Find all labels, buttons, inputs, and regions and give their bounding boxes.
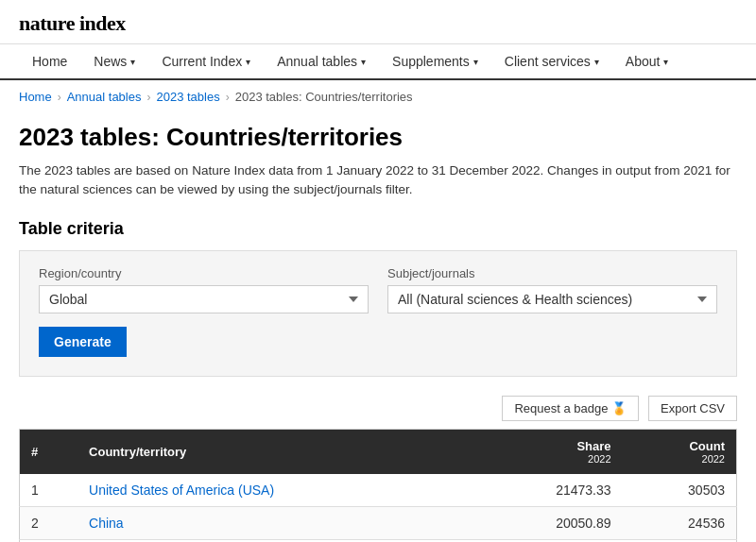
- criteria-title: Table criteria: [19, 219, 737, 239]
- site-logo[interactable]: nature index: [19, 11, 126, 35]
- table-actions: Request a badge 🏅 Export CSV: [19, 396, 737, 421]
- col-count: Count2022: [623, 429, 737, 474]
- cell-share: 20050.89: [474, 506, 623, 539]
- breadcrumb-current: 2023 tables: Countries/territories: [235, 90, 413, 104]
- cell-rank: 2: [20, 506, 78, 539]
- cell-country: China: [77, 506, 473, 539]
- breadcrumb-home[interactable]: Home: [19, 90, 52, 104]
- subject-label: Subject/journals: [387, 266, 717, 280]
- nav-client-services[interactable]: Client services ▾: [491, 44, 612, 78]
- country-link[interactable]: China: [89, 516, 124, 531]
- nav-about[interactable]: About ▾: [612, 44, 682, 78]
- cell-count: 24536: [623, 506, 737, 539]
- breadcrumb-2023-tables[interactable]: 2023 tables: [156, 90, 219, 104]
- region-select[interactable]: Global Africa Asia Europe North America …: [39, 285, 369, 313]
- breadcrumb: Home › Annual tables › 2023 tables › 202…: [0, 80, 756, 113]
- col-rank: #: [20, 429, 78, 474]
- table-row: 1 United States of America (USA) 21473.3…: [20, 474, 737, 507]
- table-header-row: # Country/territory Share2022 Count2022: [20, 429, 737, 474]
- logo-bar: nature index: [0, 0, 756, 44]
- nav-about-arrow: ▾: [663, 57, 668, 67]
- table-row: 2 China 20050.89 24536: [20, 506, 737, 539]
- region-col: Region/country Global Africa Asia Europe…: [39, 266, 369, 313]
- country-link[interactable]: United States of America (USA): [89, 483, 274, 498]
- criteria-row: Region/country Global Africa Asia Europe…: [39, 266, 717, 313]
- breadcrumb-annual-tables[interactable]: Annual tables: [67, 90, 142, 104]
- export-csv-button[interactable]: Export CSV: [648, 396, 737, 421]
- region-label: Region/country: [39, 266, 369, 280]
- subject-col: Subject/journals All (Natural sciences &…: [387, 266, 717, 313]
- nav-news-arrow: ▾: [130, 57, 135, 67]
- nav-news[interactable]: News ▾: [80, 44, 148, 78]
- main-nav: Home News ▾ Current Index ▾ Annual table…: [0, 44, 756, 80]
- criteria-box: Region/country Global Africa Asia Europe…: [19, 250, 737, 377]
- cell-share: 21473.33: [474, 474, 623, 507]
- breadcrumb-sep-3: ›: [226, 91, 230, 104]
- col-share: Share2022: [474, 429, 623, 474]
- nav-annual-tables-arrow: ▾: [361, 57, 366, 67]
- breadcrumb-sep-2: ›: [146, 91, 150, 104]
- data-table: # Country/territory Share2022 Count2022 …: [19, 429, 737, 543]
- nav-current-index-arrow: ▾: [246, 57, 250, 67]
- nav-supplements[interactable]: Supplements ▾: [379, 44, 491, 78]
- nav-supplements-arrow: ▾: [473, 57, 478, 67]
- subject-select[interactable]: All (Natural sciences & Health sciences)…: [387, 285, 717, 313]
- breadcrumb-sep-1: ›: [58, 91, 61, 104]
- cell-count: 30503: [623, 474, 737, 507]
- page-title: 2023 tables: Countries/territories: [19, 123, 737, 152]
- page-description: The 2023 tables are based on Nature Inde…: [19, 161, 737, 200]
- main-content: 2023 tables: Countries/territories The 2…: [0, 113, 756, 542]
- nav-home[interactable]: Home: [19, 44, 80, 78]
- nav-current-index[interactable]: Current Index ▾: [148, 44, 264, 78]
- cell-rank: 1: [20, 474, 78, 507]
- nav-annual-tables[interactable]: Annual tables ▾: [264, 44, 379, 78]
- cell-country: United States of America (USA): [77, 474, 473, 507]
- col-country: Country/territory: [77, 429, 473, 474]
- nav-client-services-arrow: ▾: [594, 57, 599, 67]
- request-badge-button[interactable]: Request a badge 🏅: [502, 396, 639, 421]
- generate-button[interactable]: Generate: [39, 327, 127, 357]
